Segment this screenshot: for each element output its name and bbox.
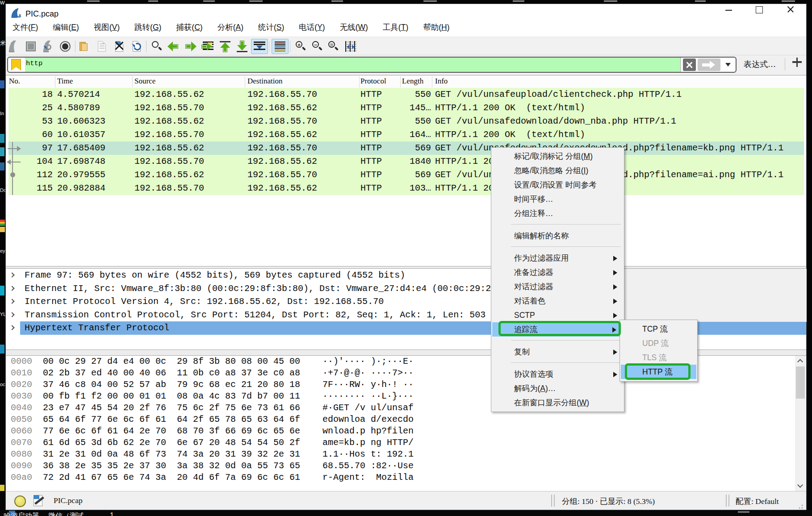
hex-row[interactable]: 0080 31 2e 31 0d 0a 48 6f 73 74 3a 20 31… [6, 449, 806, 460]
context-menu-item[interactable]: 在新窗口显示分组(W) [491, 395, 624, 410]
filter-dropdown-icon[interactable] [725, 63, 731, 67]
menu-bar-item[interactable]: 跳转(G) [134, 22, 161, 33]
expand-chevron-icon[interactable] [9, 325, 14, 330]
maximize-button[interactable] [744, 4, 774, 17]
zoom-out-icon[interactable]: − [310, 40, 324, 53]
context-menu-item[interactable]: 分组注释… [491, 206, 624, 221]
capture-comment-icon[interactable] [33, 495, 42, 506]
go-to-packet-icon[interactable] [201, 40, 215, 53]
go-forward-icon[interactable] [184, 40, 197, 53]
hex-row[interactable]: 0040 23 e7 47 45 54 20 2f 76 75 6c 2f 75… [6, 402, 806, 414]
submenu-arrow-icon [613, 372, 617, 377]
context-menu-item[interactable]: 时间平移… [491, 192, 624, 206]
context-menu-item[interactable]: 对话着色 [491, 294, 624, 308]
packet-row[interactable]: 115 20.982884 192.168.55.70 192.168.55.6… [6, 182, 804, 195]
zoom-in-icon[interactable]: + [294, 40, 307, 53]
capture-options-icon[interactable] [59, 40, 72, 53]
expand-chevron-icon[interactable] [9, 299, 14, 304]
resize-grip[interactable] [797, 503, 804, 509]
file-open-icon[interactable] [78, 40, 92, 53]
context-menu-item[interactable]: 准备过滤器 [491, 265, 624, 279]
file-save-icon[interactable] [96, 40, 109, 53]
colorize-toggle[interactable] [272, 39, 289, 54]
menu-bar-item[interactable]: 分析(A) [218, 22, 243, 33]
go-first-icon[interactable] [218, 40, 232, 53]
desktop-top-dash [331, 0, 343, 2]
display-filter-input[interactable]: http [7, 57, 737, 73]
hex-row[interactable]: 0060 77 6e 6c 6f 61 64 2e 70 68 70 3f 66… [6, 425, 806, 437]
auto-scroll-toggle[interactable] [251, 39, 268, 54]
context-menu-item[interactable]: 对话过滤器 [491, 279, 624, 294]
capture-stop-icon[interactable] [24, 40, 38, 53]
hex-row[interactable]: 0070 61 6d 65 3d 6b 62 2e 70 6e 67 20 48… [6, 437, 806, 449]
menu-bar-item[interactable]: 电话(Y) [299, 22, 325, 33]
packet-row[interactable]: 97 17.685409 192.168.55.62 192.168.55.70… [6, 141, 804, 155]
column-info[interactable]: Info [435, 77, 448, 86]
column-no[interactable]: No. [9, 77, 20, 86]
expand-chevron-icon[interactable] [9, 286, 14, 291]
packet-row[interactable]: 60 10.610357 192.168.55.70 192.168.55.62… [6, 128, 804, 141]
hex-row[interactable]: 0030 00 fb f1 f2 00 00 01 01 08 0a 4c 83… [6, 391, 806, 402]
context-menu-item[interactable]: 协议首选项 [491, 367, 624, 381]
go-last-icon[interactable] [235, 40, 249, 53]
menu-bar-item[interactable]: 捕获(C) [176, 22, 202, 33]
submenu-item[interactable]: TLS 流 [620, 350, 697, 365]
hex-row[interactable]: 0090 36 38 2e 35 35 2e 37 30 3a 38 32 0d… [6, 460, 806, 472]
bookmark-icon[interactable] [11, 59, 21, 71]
capture-restart-icon[interactable] [42, 40, 55, 53]
menu-bar-item[interactable]: 帮助(H) [423, 22, 449, 33]
resize-columns-icon[interactable] [344, 40, 357, 53]
menu-bar-item[interactable]: 无线(W) [340, 22, 368, 33]
filter-clear-button[interactable] [683, 58, 696, 71]
desktop-icon-fragment [0, 134, 4, 143]
expression-button[interactable]: 表达式… [744, 59, 776, 70]
menu-bar-item[interactable]: 统计(S) [258, 22, 284, 33]
file-close-icon[interactable] [113, 40, 126, 53]
submenu-item[interactable]: TCP 流 [620, 322, 697, 336]
hex-row[interactable]: 00a0 72 2d 41 67 65 6e 74 3a 20 4d 6f 7a… [6, 472, 806, 483]
context-menu-item[interactable]: 设置/取消设置 时间参考 [491, 178, 624, 192]
find-packet-icon[interactable] [150, 40, 163, 53]
close-button[interactable] [775, 4, 805, 17]
scrollbar-thumb[interactable] [796, 366, 805, 399]
context-menu-item[interactable]: 复制 [491, 345, 624, 359]
menu-bar-item[interactable]: 工具(T) [383, 22, 408, 33]
menu-bar-item[interactable]: 文件(F) [13, 22, 38, 33]
expand-chevron-icon[interactable] [9, 312, 14, 317]
packet-list-header[interactable]: No. Time Source Destination Protocol Len… [6, 76, 806, 88]
filter-apply-button[interactable] [698, 58, 720, 71]
expand-chevron-icon[interactable] [9, 272, 14, 277]
menu-bar-item[interactable]: 编辑(E) [53, 22, 79, 33]
column-protocol[interactable]: Protocol [360, 77, 386, 86]
column-destination[interactable]: Destination [247, 77, 282, 86]
context-menu-item[interactable]: 忽略/取消忽略 分组(I) [491, 163, 624, 178]
submenu-item[interactable]: UDP 流 [620, 336, 697, 350]
column-source[interactable]: Source [134, 77, 155, 86]
packet-row[interactable]: 53 10.606323 192.168.55.62 192.168.55.70… [6, 115, 804, 128]
zoom-reset-icon[interactable]: = [326, 40, 340, 53]
column-length[interactable]: Length [402, 77, 423, 86]
filter-add-button[interactable] [792, 57, 802, 67]
go-back-icon[interactable] [167, 40, 180, 53]
menu-bar-item[interactable]: 视图(V) [94, 22, 120, 33]
context-menu-item[interactable]: 标记/取消标记 分组(M) [491, 149, 624, 163]
window-title: PIC.pcap [25, 9, 59, 19]
scroll-up-icon[interactable] [797, 359, 803, 365]
capture-start-icon[interactable] [7, 40, 21, 53]
minimize-button[interactable] [714, 4, 743, 17]
packet-row[interactable]: 112 20.979555 192.168.55.62 192.168.55.7… [6, 168, 804, 182]
filter-value[interactable]: http [26, 59, 42, 67]
context-menu-item[interactable]: SCTP [491, 308, 624, 322]
column-time[interactable]: Time [57, 77, 73, 86]
expert-info-icon[interactable] [14, 495, 26, 507]
packet-row[interactable]: 18 4.570214 192.168.55.62 192.168.55.70 … [6, 88, 804, 101]
file-reload-icon[interactable] [130, 40, 144, 53]
hex-scrollbar[interactable] [795, 356, 806, 491]
context-menu-item[interactable]: 作为过滤器应用 [491, 251, 624, 265]
hex-row[interactable]: 0050 65 64 6f 77 6e 6c 6f 61 64 2f 65 78… [6, 414, 806, 425]
packet-row[interactable]: 104 17.698748 192.168.55.70 192.168.55.6… [6, 155, 804, 168]
context-menu-item[interactable]: 解码为(A)… [491, 381, 624, 395]
packet-row[interactable]: 25 4.580789 192.168.55.70 192.168.55.62 … [6, 101, 804, 115]
context-menu-item[interactable]: 编辑解析的名称 [491, 229, 624, 243]
scroll-down-icon[interactable] [797, 482, 803, 488]
